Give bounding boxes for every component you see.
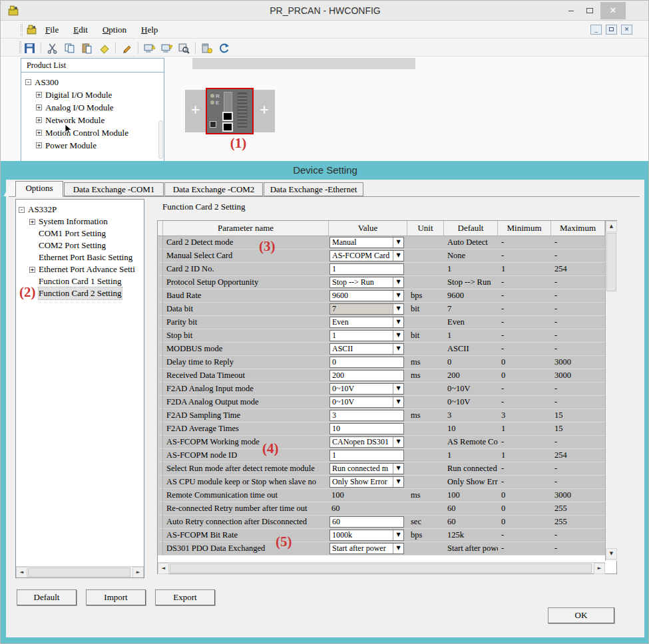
dropdown-arrow-icon[interactable] (393, 317, 403, 327)
device-tree-item[interactable]: Function Card 1 Setting (19, 275, 144, 287)
toolbar-save-icon[interactable] (22, 41, 37, 55)
row-selector[interactable] (158, 383, 163, 395)
close-button[interactable]: ✕ (600, 2, 626, 19)
value-dropdown[interactable]: Even (329, 317, 404, 328)
product-tree-item[interactable]: +Motion Control Module (25, 126, 164, 139)
maximize-button[interactable] (580, 1, 599, 21)
scroll-down-icon[interactable]: ▼ (606, 548, 617, 560)
scroll-thumb[interactable] (28, 567, 130, 577)
device-tree-root[interactable]: -AS332P (19, 204, 144, 216)
tab-data-exchange-com1[interactable]: Data Exchange -COM1 (64, 182, 164, 196)
product-tree-item[interactable]: +Network Module (25, 114, 164, 126)
value-dropdown[interactable]: AS-FCOPM Card (329, 250, 404, 261)
row-selector[interactable] (158, 249, 163, 262)
value-input[interactable]: 60 (329, 516, 404, 528)
expand-icon[interactable]: + (36, 104, 42, 110)
row-selector[interactable] (158, 436, 163, 448)
table-row[interactable]: Delay time to Reply0ms003000 (158, 356, 605, 369)
table-row[interactable]: Card 2 ID No.111254 (158, 263, 605, 276)
row-selector[interactable] (158, 329, 163, 342)
tab-options[interactable]: Options (15, 181, 63, 197)
row-selector[interactable] (158, 529, 163, 542)
add-module-right-button[interactable]: + (254, 90, 275, 132)
default-button[interactable]: Default (17, 589, 77, 605)
row-selector[interactable] (158, 369, 163, 382)
table-row[interactable]: AS-FCOPM Working modeCANopen DS301AS Rem… (158, 436, 605, 449)
dropdown-arrow-icon[interactable] (393, 477, 403, 487)
scroll-left-icon[interactable]: ◄ (16, 567, 27, 578)
row-selector[interactable] (158, 502, 163, 515)
dropdown-arrow-icon[interactable] (393, 437, 403, 447)
product-tree-item[interactable]: +Analog I/O Module (25, 101, 164, 114)
toolbar-monitor-down-icon[interactable] (159, 41, 174, 55)
scroll-right-icon[interactable]: ► (132, 567, 144, 578)
tree-horizontal-scrollbar[interactable]: ◄ ► (16, 566, 144, 577)
row-selector[interactable] (158, 236, 163, 249)
value-input[interactable]: 3 (329, 410, 404, 421)
toolbar-cut-icon[interactable] (45, 41, 59, 55)
row-selector[interactable] (158, 476, 163, 488)
scroll-right-icon[interactable]: ► (594, 563, 605, 574)
scroll-left-icon[interactable]: ◄ (158, 563, 169, 574)
column-header-unit[interactable]: Unit (407, 221, 444, 236)
table-row[interactable]: Card 2 Detect modeManualAuto Detect-- (158, 236, 605, 249)
table-row[interactable]: F2AD Sampling Time3ms3315 (158, 409, 605, 422)
value-dropdown[interactable]: Start after power (329, 543, 404, 554)
row-selector[interactable] (158, 516, 163, 528)
column-header-parameter-name[interactable]: Parameter name (163, 221, 329, 236)
column-header-maximum[interactable]: Maximum (551, 221, 605, 236)
dropdown-arrow-icon[interactable] (393, 251, 403, 261)
tab-data-exchange-com2[interactable]: Data Exchange -COM2 (164, 182, 263, 196)
dropdown-arrow-icon[interactable] (393, 464, 403, 474)
column-header-minimum[interactable]: Minimum (498, 221, 551, 236)
product-tree-root[interactable]: -AS300 (25, 76, 164, 88)
table-row[interactable]: AS-FCOPM Bit Rate1000kbps125k-- (158, 529, 605, 542)
table-row[interactable]: Re-connected Retry number after time out… (158, 502, 605, 516)
table-vertical-scrollbar[interactable]: ▲ ▼ (605, 221, 617, 561)
table-row[interactable]: AS CPU module keep or Stop when slave no… (158, 476, 605, 489)
toolbar-refresh-icon[interactable] (216, 41, 231, 55)
mdi-restore-button[interactable] (606, 25, 617, 35)
dropdown-arrow-icon[interactable] (393, 397, 403, 407)
expand-icon[interactable]: + (36, 130, 42, 136)
value-dropdown[interactable]: Only Show Error (329, 476, 404, 488)
table-horizontal-scrollbar[interactable]: ◄ ► (158, 562, 605, 573)
collapse-icon[interactable]: - (25, 79, 31, 85)
table-row[interactable]: Received Data Timeout200ms20003000 (158, 369, 605, 383)
table-row[interactable]: Protocol Setup OpportunityStop --> RunSt… (158, 276, 605, 289)
dropdown-arrow-icon[interactable] (393, 344, 403, 354)
toolbar-paste-icon[interactable] (79, 41, 94, 55)
row-selector[interactable] (158, 316, 163, 329)
value-dropdown[interactable]: Manual (329, 237, 404, 248)
table-row[interactable]: F2AD Average Times1010115 (158, 422, 605, 436)
product-tree-item[interactable]: +Digital I/O Module (25, 88, 164, 101)
value-dropdown[interactable]: Run connected m (329, 463, 404, 474)
menu-file[interactable]: File (39, 21, 65, 38)
row-selector[interactable] (158, 462, 163, 475)
column-header-default[interactable]: Default (444, 221, 498, 236)
toolbar-monitor-up-icon[interactable] (142, 41, 156, 55)
dropdown-arrow-icon[interactable] (393, 384, 403, 394)
mdi-minimize-button[interactable]: _ (590, 25, 602, 35)
export-button[interactable]: Export (155, 589, 215, 605)
row-selector[interactable] (158, 263, 163, 275)
dropdown-arrow-icon[interactable] (393, 291, 403, 301)
dropdown-arrow-icon[interactable] (393, 530, 403, 540)
dropdown-arrow-icon[interactable] (393, 544, 403, 554)
toolbar-module-bulb-icon[interactable] (199, 41, 214, 55)
ok-button[interactable]: OK (548, 607, 614, 623)
row-selector[interactable] (158, 422, 163, 435)
value-dropdown[interactable]: 0~10V (329, 383, 404, 395)
value-dropdown[interactable]: 1 (329, 330, 404, 341)
table-row[interactable]: Auto Retry connection after Disconnected… (158, 516, 605, 529)
table-row[interactable]: F2DA Analog Output mode0~10V0~10V-- (158, 396, 605, 409)
expand-icon[interactable]: + (29, 267, 35, 273)
table-row[interactable]: MODBUS modeASCIIASCII-- (158, 343, 605, 356)
table-row[interactable]: Baud Rate9600bps9600-- (158, 289, 605, 303)
table-row[interactable]: F2AD Analog Input mode0~10V0~10V-- (158, 383, 605, 396)
menu-option[interactable]: Option (97, 21, 132, 38)
scroll-thumb[interactable] (606, 233, 616, 291)
product-list-scrollbar[interactable] (158, 120, 163, 159)
value-dropdown[interactable]: 9600 (329, 290, 404, 301)
row-selector[interactable] (158, 356, 163, 369)
